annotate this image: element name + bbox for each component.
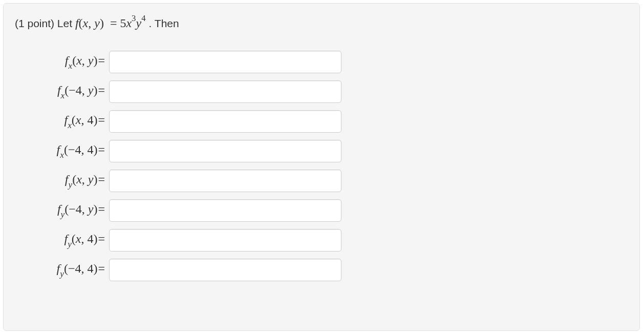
equals-sign: =	[97, 202, 105, 216]
answer-input-7[interactable]	[109, 229, 341, 252]
answer-label: fx(−4, y)=	[15, 83, 107, 100]
answer-row: fx(−4, 4)=	[15, 138, 628, 164]
subscript: y	[60, 269, 64, 279]
equals-sign: =	[97, 262, 105, 275]
answer-label: fy(x, 4)=	[15, 232, 107, 248]
input-cell	[107, 199, 341, 222]
answer-label: fy(−4, y)=	[15, 202, 107, 219]
derivative-label: fx(−4, y)	[57, 83, 98, 97]
subscript: y	[68, 239, 72, 249]
label-args: (−4, 4)	[64, 262, 98, 275]
subscript: x	[68, 61, 72, 71]
input-cell	[107, 229, 341, 252]
subscript: y	[61, 210, 65, 219]
equals-sign: =	[97, 143, 105, 156]
derivative-label: fy(x, y)	[65, 173, 98, 186]
answer-input-3[interactable]	[109, 110, 341, 133]
equals-sign: =	[97, 54, 105, 67]
prompt-suffix: . Then	[149, 17, 179, 29]
derivative-label: fx(x, 4)	[64, 113, 97, 127]
subscript: x	[68, 120, 72, 130]
answer-row: fy(x, 4)=	[15, 227, 628, 254]
answer-input-8[interactable]	[109, 259, 341, 281]
input-cell	[107, 110, 341, 133]
answer-row: fx(x, 4)=	[15, 108, 628, 135]
subscript: x	[60, 150, 64, 160]
label-args: (x, y)	[72, 54, 97, 67]
derivative-label: fy(x, 4)	[64, 232, 97, 245]
equals-sign: =	[97, 83, 105, 97]
answer-row: fy(−4, 4)=	[15, 257, 628, 283]
input-cell	[107, 140, 341, 162]
input-cell	[107, 80, 341, 103]
answer-label: fy(x, y)=	[15, 173, 107, 189]
answer-label: fx(x, y)=	[15, 54, 107, 70]
points-text: (1 point) Let	[15, 17, 75, 29]
derivative-label: fx(−4, 4)	[57, 143, 98, 156]
answer-input-5[interactable]	[109, 170, 341, 192]
derivative-label: fy(−4, y)	[57, 202, 98, 216]
answer-row: fx(−4, y)=	[15, 78, 628, 105]
input-cell	[107, 259, 341, 281]
answer-row: fx(x, y)=	[15, 49, 628, 75]
derivative-label: fx(x, y)	[65, 54, 98, 67]
label-args: (−4, y)	[65, 202, 97, 216]
equals-sign: =	[97, 232, 105, 245]
answer-row: fy(−4, y)=	[15, 197, 628, 224]
label-args: (x, 4)	[72, 232, 98, 245]
equals-sign: =	[97, 173, 105, 186]
input-cell	[107, 170, 341, 192]
label-args: (−4, 4)	[64, 143, 98, 156]
answer-label: fx(−4, 4)=	[15, 143, 107, 159]
derivative-label: fy(−4, 4)	[57, 262, 98, 275]
answer-label: fx(x, 4)=	[15, 113, 107, 130]
label-args: (−4, y)	[65, 83, 97, 97]
subscript: y	[68, 180, 72, 190]
label-args: (x, y)	[72, 173, 97, 186]
problem-prompt: (1 point) Let f(x, y) = 5x3y4 . Then	[15, 15, 628, 30]
answer-row: fy(x, y)=	[15, 168, 628, 194]
answer-label: fy(−4, 4)=	[15, 262, 107, 278]
answer-input-1[interactable]	[109, 51, 341, 73]
function-definition: f(x, y) = 5x3y4	[75, 16, 149, 30]
problem-panel: (1 point) Let f(x, y) = 5x3y4 . Then fx(…	[3, 3, 640, 331]
subscript: x	[61, 91, 65, 100]
answer-input-2[interactable]	[109, 80, 341, 103]
equals-sign: =	[97, 113, 105, 127]
label-args: (x, 4)	[72, 113, 98, 127]
answer-input-6[interactable]	[109, 199, 341, 222]
answer-input-4[interactable]	[109, 140, 341, 162]
input-cell	[107, 51, 341, 73]
answer-rows: fx(x, y)=fx(−4, y)=fx(x, 4)=fx(−4, 4)=fy…	[15, 49, 628, 283]
